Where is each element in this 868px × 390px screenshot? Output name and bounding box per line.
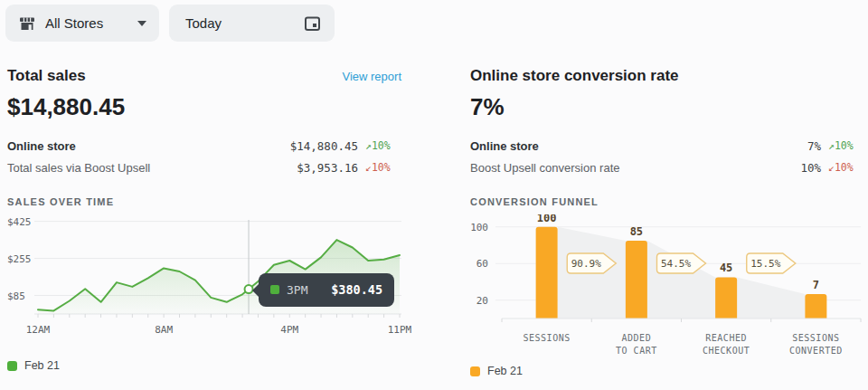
bar-value-label: 7	[813, 279, 819, 291]
delta-value: 10%	[372, 139, 391, 152]
metric-label: Online store	[470, 139, 539, 153]
y-axis-tick-label: $255	[7, 253, 32, 265]
y-axis-tick-label: $425	[7, 216, 32, 228]
total-sales-header: Total sales View report	[7, 67, 401, 85]
delta-badge: ↗10%	[828, 139, 864, 152]
tooltip-value: $380.45	[331, 282, 382, 297]
conversion-breakdown: Online store 7% ↗10% Boost Upsell conver…	[470, 135, 864, 178]
dashboard-panels: Total sales View report $14,880.45 Onlin…	[7, 67, 861, 377]
chart-tooltip: 3PM $380.45	[259, 273, 394, 307]
funnel-bar	[805, 294, 826, 319]
tooltip-time: 3PM	[287, 283, 307, 297]
funnel-legend: Feb 21	[470, 365, 864, 377]
funnel-category-label: SESSIONS	[502, 332, 591, 357]
delta-badge: ↙10%	[365, 161, 401, 174]
funnel-chart-svg: 10060201008545790.9%54.5%15.5%	[470, 214, 864, 324]
funnel-category-label: ADDEDTO CART	[591, 332, 681, 357]
arrow-up-icon: ↗	[365, 139, 372, 152]
sales-over-time-chart[interactable]: $425$255$85 3PM $380.45	[7, 214, 401, 323]
bar-value-label: 85	[630, 225, 643, 238]
y-axis-tick-label: 100	[470, 222, 488, 233]
legend-swatch-amber	[470, 366, 480, 376]
funnel-category-label: REACHEDCHECKOUT	[682, 332, 771, 357]
metric-label: Total sales via Boost Upsell	[7, 161, 150, 175]
delta-badge: ↙10%	[828, 161, 864, 174]
conversion-rate-title: Online store conversion rate	[470, 67, 679, 85]
legend-swatch-green	[7, 361, 17, 371]
y-axis-tick-label: 60	[476, 258, 488, 270]
delta-value: 10%	[835, 161, 854, 174]
conversion-rate-panel: Online store conversion rate 7% Online s…	[470, 67, 864, 377]
conversion-badge-label: 90.9%	[571, 258, 601, 270]
metric-value: 10%	[800, 161, 821, 175]
total-sales-value: $14,880.45	[7, 93, 401, 121]
store-selector-button[interactable]: All Stores	[5, 5, 159, 42]
metric-row-online-store: Online store $14,880.45 ↗10%	[7, 135, 401, 157]
date-selector-label: Today	[185, 15, 222, 31]
total-sales-breakdown: Online store $14,880.45 ↗10% Total sales…	[7, 135, 401, 178]
delta-badge: ↗10%	[365, 139, 401, 152]
conversion-rate-value: 7%	[470, 93, 864, 121]
delta-value: 10%	[835, 139, 854, 152]
arrow-down-icon: ↙	[365, 161, 372, 174]
storefront-icon	[18, 14, 36, 33]
bar-value-label: 100	[537, 214, 557, 224]
view-report-link[interactable]: View report	[342, 70, 401, 83]
funnel-bar	[536, 227, 558, 319]
arrow-up-icon: ↗	[828, 139, 835, 152]
sales-legend: Feb 21	[7, 359, 401, 372]
legend-label: Feb 21	[487, 365, 523, 377]
sales-over-time-label: SALES OVER TIME	[7, 196, 401, 209]
delta-value: 10%	[372, 161, 391, 174]
total-sales-title: Total sales	[7, 67, 86, 85]
metric-value: $14,880.45	[290, 139, 358, 153]
date-selector-button[interactable]: Today	[169, 5, 335, 42]
store-selector-label: All Stores	[45, 15, 103, 31]
calendar-icon	[303, 14, 322, 33]
funnel-bar	[715, 277, 737, 319]
metric-row-boost-upsell: Total sales via Boost Upsell $3,953.16 ↙…	[7, 157, 401, 178]
arrow-down-icon: ↙	[828, 161, 835, 174]
x-axis-tick-label: 11PM	[388, 324, 412, 336]
metric-value: 7%	[807, 139, 821, 153]
conversion-badge-label: 54.5%	[661, 258, 691, 270]
metric-value: $3,953.16	[297, 161, 358, 175]
conversion-rate-header: Online store conversion rate	[470, 67, 864, 85]
conversion-badge-label: 15.5%	[750, 258, 780, 270]
chevron-down-icon	[137, 21, 146, 26]
x-axis-tick-label: 4PM	[280, 324, 298, 336]
x-axis-tick-label: 8AM	[155, 324, 173, 336]
funnel-category-label: SESSIONSCONVERTED	[771, 332, 861, 357]
y-axis-tick-label: 20	[476, 295, 488, 307]
metric-row-boost-upsell: Boost Upsell conversion rate 10% ↙10%	[470, 157, 864, 178]
y-axis-tick-label: $85	[7, 290, 25, 302]
total-sales-panel: Total sales View report $14,880.45 Onlin…	[7, 67, 401, 377]
metric-label: Boost Upsell conversion rate	[470, 161, 619, 175]
metric-label: Online store	[7, 139, 76, 153]
tooltip-series-swatch	[270, 285, 279, 294]
conversion-funnel-chart[interactable]: 10060201008545790.9%54.5%15.5%	[470, 214, 864, 328]
funnel-x-axis-labels: SESSIONSADDEDTO CARTREACHEDCHECKOUTSESSI…	[502, 332, 861, 357]
funnel-bar	[626, 241, 647, 319]
metric-row-online-store: Online store 7% ↗10%	[470, 135, 864, 157]
bar-value-label: 45	[720, 262, 732, 274]
x-axis-tick-label: 12AM	[26, 324, 51, 336]
topbar: All Stores Today	[0, 0, 868, 42]
sales-x-axis-labels: 12AM8AM4PM11PM	[7, 323, 401, 338]
conversion-funnel-label: CONVERSION FUNNEL	[470, 196, 864, 209]
legend-label: Feb 21	[24, 359, 60, 372]
